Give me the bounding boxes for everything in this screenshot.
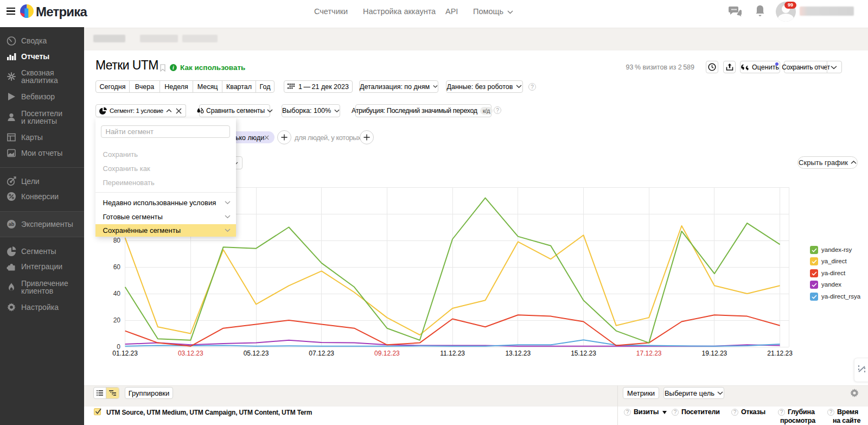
svg-text:07.12.23: 07.12.23 [309, 350, 334, 357]
svg-text:13.12.23: 13.12.23 [505, 350, 531, 357]
svg-text:17.12.23: 17.12.23 [636, 350, 662, 357]
svg-text:05.12.23: 05.12.23 [244, 350, 269, 357]
svg-text:60: 60 [113, 263, 121, 271]
svg-text:20: 20 [113, 316, 121, 324]
svg-text:01.12.23: 01.12.23 [112, 350, 138, 357]
svg-text:ab: ab [9, 221, 15, 227]
svg-text:03.12.23: 03.12.23 [178, 350, 203, 357]
svg-text:21.12.23: 21.12.23 [767, 350, 793, 357]
svg-text:19.12.23: 19.12.23 [702, 350, 727, 357]
svg-text:80: 80 [113, 237, 121, 244]
svg-text:15.12.23: 15.12.23 [571, 350, 596, 357]
svg-text:11.12.23: 11.12.23 [440, 350, 465, 357]
svg-text:0: 0 [117, 343, 120, 351]
svg-text:40: 40 [113, 290, 121, 297]
svg-text:09.12.23: 09.12.23 [374, 350, 400, 357]
